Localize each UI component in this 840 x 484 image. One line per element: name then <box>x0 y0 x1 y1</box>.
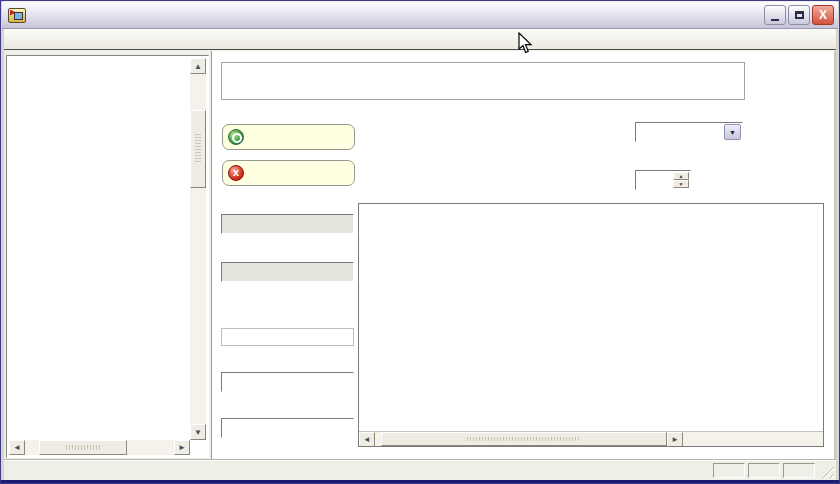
scroll-up-button[interactable]: ▲ <box>190 58 206 74</box>
scroll-thumb[interactable] <box>39 440 127 455</box>
scroll-down-button[interactable]: ▼ <box>190 424 206 440</box>
stop-x-icon <box>228 165 244 181</box>
title-bar[interactable]: X <box>2 2 838 29</box>
arp-tool-panel: ▼ ▲ ▼ <box>212 51 836 460</box>
arp-button[interactable] <box>222 124 355 150</box>
status-panel-2 <box>783 463 815 478</box>
resize-grip[interactable] <box>819 463 834 478</box>
spin-down-button[interactable]: ▼ <box>673 180 689 188</box>
spin-up-button[interactable]: ▲ <box>673 172 689 180</box>
scroll-right-button[interactable]: ► <box>667 432 683 447</box>
maximize-button[interactable] <box>788 5 810 25</box>
scroll-thumb[interactable] <box>190 110 206 188</box>
app-window: X ▲ ▼ ◄ ► <box>0 0 840 484</box>
stop-button[interactable] <box>222 160 355 186</box>
close-button[interactable]: X <box>812 5 834 25</box>
scroll-right-button[interactable]: ► <box>174 440 190 455</box>
tree-horizontal-scrollbar[interactable]: ◄ ► <box>9 440 190 455</box>
packet-delay-stepper[interactable]: ▲ ▼ <box>635 170 691 190</box>
tree-vertical-scrollbar[interactable]: ▲ ▼ <box>190 58 206 440</box>
scroll-left-button[interactable]: ◄ <box>9 440 25 455</box>
start-ip-field[interactable] <box>221 372 354 392</box>
sidebar: ▲ ▼ ◄ ► <box>4 51 212 460</box>
globe-magnifier-icon <box>228 129 244 145</box>
arp-results-table: ◄ ► <box>358 203 824 447</box>
app-icon <box>8 8 26 23</box>
minimize-button[interactable] <box>764 5 786 25</box>
remote-if-ip-field <box>221 262 354 282</box>
packet-delay-value <box>636 171 673 189</box>
status-panel-1 <box>713 463 745 478</box>
end-ip-field[interactable] <box>221 418 354 438</box>
scroll-thumb[interactable] <box>381 432 667 446</box>
chevron-down-icon[interactable]: ▼ <box>724 124 741 140</box>
local-if-ip-field <box>221 214 354 234</box>
mac-address-field[interactable] <box>221 328 354 346</box>
winpcap-interface-select[interactable]: ▼ <box>635 122 743 142</box>
tools-tree: ▲ ▼ ◄ ► <box>6 55 209 458</box>
tool-description <box>221 62 745 100</box>
status-bar <box>4 460 836 480</box>
status-panel-num <box>748 463 780 478</box>
scroll-left-button[interactable]: ◄ <box>359 432 375 447</box>
menu-bar <box>4 29 836 50</box>
table-horizontal-scrollbar[interactable]: ◄ ► <box>359 431 823 446</box>
